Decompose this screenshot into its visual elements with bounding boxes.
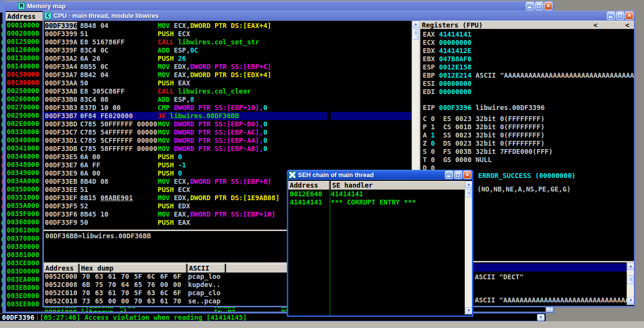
disasm-row[interactable]: 00DF33A26A 26PUSH 26 — [44, 55, 412, 63]
minimize-button[interactable] — [445, 171, 453, 179]
register-line[interactable]: S 0 FS 003B 32bit 7FFDE000(FFF) — [423, 148, 553, 156]
disasm-row[interactable]: 00DF33AA50PUSH EAX — [44, 79, 412, 87]
memmap-row[interactable]: 003EB000 — [6, 284, 44, 292]
memmap-row[interactable]: 00380000 — [6, 243, 44, 251]
collapse-left-icon[interactable]: < — [593, 21, 625, 29]
register-line[interactable]: ESI 00000000 — [423, 80, 471, 88]
hexdump-col-hex[interactable]: Hex dump — [80, 264, 187, 273]
disasm-row[interactable]: 00DF339951PUSH ECX — [44, 30, 412, 38]
memmap-row[interactable]: 00140000 — [6, 62, 44, 70]
memmap-row[interactable]: 002E0000 — [6, 120, 44, 128]
memmap-row[interactable]: 003D0000 — [6, 267, 44, 275]
register-line[interactable]: P 1 CS 001B 32bit 0(FFFFFFFF) — [423, 123, 545, 131]
memmap-row[interactable]: 00351000 — [6, 193, 44, 202]
disasm-row[interactable]: 00DF33A78B42 04MOV EAX,DWORD PTR DS:[EDX… — [44, 71, 412, 79]
scrollbar-thumb[interactable]: ≡ — [627, 275, 634, 284]
close-button[interactable]: × — [544, 2, 552, 10]
seh-titlebar[interactable]: SEH chain of main thread × — [287, 170, 473, 180]
scroll-up-icon[interactable]: ▲ — [627, 263, 634, 270]
memmap-row[interactable]: 00361000 — [6, 226, 44, 234]
memmap-row[interactable]: 00341000 — [6, 144, 44, 152]
hexdump-col-address[interactable]: Address — [44, 264, 79, 273]
memmap-row[interactable]: 00360000 — [6, 218, 44, 226]
register-line[interactable]: T 0 GS 0000 NULL — [423, 156, 492, 164]
maximize-button[interactable] — [616, 12, 624, 20]
seh-col-address[interactable]: Address — [288, 181, 330, 190]
stack-row-fragment[interactable]: ASCII "AAAAAAAAAAAAAAAAAAAAAAAAAAAAAAAAA… — [475, 296, 634, 304]
register-line[interactable]: A 1 SS 0023 32bit 0(FFFFFFFF) — [423, 131, 545, 139]
disasm-row[interactable]: 00DF33DBC785 58FFFFFF 00000000MOV DWORD … — [44, 145, 412, 153]
memmap-column-header[interactable]: Address — [6, 12, 43, 21]
restore-button[interactable] — [454, 171, 462, 179]
seh-col-handler[interactable]: SE handler — [331, 181, 465, 190]
disasm-row[interactable]: 00DF33968B48 04MOV ECX,DWORD PTR DS:[EAX… — [44, 22, 412, 30]
memmap-row[interactable]: 00340000 — [6, 136, 44, 144]
close-button[interactable]: × — [625, 12, 633, 20]
memmap-row[interactable]: 00130000 — [6, 54, 44, 62]
cpu-titlebar[interactable]: C CPU - main thread, module libwires × — [42, 11, 635, 21]
register-line[interactable]: EBX 047B8AF0 — [423, 55, 471, 63]
register-line[interactable]: EDX 4141412E — [423, 47, 471, 55]
memmap-row[interactable]: 00010000 — [6, 21, 44, 29]
memmap-row[interactable]: 00020000 — [6, 29, 44, 38]
register-line[interactable]: ESP 0012E158 — [423, 63, 471, 71]
disasm-row[interactable]: 00DF33B3837D 10 00CMP DWORD PTR SS:[EBP+… — [44, 104, 412, 112]
hexdump-col-ascii[interactable]: ASCII — [188, 264, 225, 273]
scroll-up-icon[interactable]: ▲ — [412, 21, 419, 28]
disasm-row[interactable]: 00DF33E76A FFPUSH -1 — [44, 161, 412, 169]
memmap-row[interactable]: 00381000 — [6, 251, 44, 259]
register-line[interactable]: ECX 00000000 — [423, 39, 471, 47]
memmap-titlebar[interactable]: M Memory map × — [4, 1, 554, 11]
memmap-row[interactable]: 003EA000 — [6, 275, 44, 284]
restore-button[interactable] — [535, 2, 543, 10]
memmap-row[interactable]: 00180000 — [6, 79, 44, 87]
scrollbar-thumb[interactable]: ≡ — [412, 29, 419, 40]
disasm-row[interactable]: 00DF33ABE8 305C86FFCALL libwires.col_cle… — [44, 87, 412, 96]
memmap-row[interactable]: 003ED000 — [6, 292, 44, 300]
memmap-row[interactable]: 00270000 — [6, 103, 44, 111]
register-line[interactable]: EAX 41414141 — [423, 30, 471, 39]
close-button[interactable]: × — [463, 171, 471, 179]
scroll-up-icon[interactable]: ▲ — [465, 181, 472, 188]
memmap-row[interactable]: 00125000 — [6, 38, 44, 46]
memmap-row[interactable]: 00346000 — [6, 152, 44, 161]
scroll-down-icon[interactable]: ▼ — [465, 307, 472, 314]
register-line[interactable]: EDI 00000000 — [423, 88, 471, 96]
memmap-row[interactable]: 00350000 — [6, 185, 44, 193]
disasm-row[interactable]: 00DF339F83C4 0CADD ESP,0C — [44, 46, 412, 55]
memmap-row[interactable]: 003CE000 — [6, 259, 44, 267]
disasm-row[interactable]: 00DF339AE8 516786FFCALL libwires.col_set… — [44, 38, 412, 46]
seh-row[interactable]: 41414141*** CORRUPT ENTRY *** — [288, 198, 465, 206]
register-line[interactable]: EBP 0012E214 ASCII "AAAAAAAAAAAAAAAAAAAA… — [423, 71, 634, 80]
seh-row[interactable]: 0012E64041414141 — [288, 190, 465, 198]
register-line[interactable]: Z 0 DS 0023 32bit 0(FFFFFFFF) — [423, 139, 545, 148]
scroll-down-icon[interactable]: ▼ — [627, 297, 634, 304]
memmap-row[interactable]: 00126000 — [6, 46, 44, 54]
disasm-row[interactable]: 00DF33B083C4 08ADD ESP,8 — [44, 96, 412, 104]
memmap-row[interactable]: 00349000 — [6, 169, 44, 177]
stack-scrollbar[interactable]: ▲ ≡ ▼ — [627, 262, 634, 305]
memmap-row[interactable]: 00150000 — [6, 70, 44, 79]
memmap-row[interactable]: 00290000 — [6, 111, 44, 120]
memmap-row[interactable]: 00330000 — [6, 128, 44, 136]
memmap-row[interactable]: 00370000 — [6, 234, 44, 243]
minimize-button[interactable] — [607, 12, 615, 20]
memmap-row[interactable]: 00260000 — [6, 95, 44, 103]
collapse-right-icon[interactable]: < — [625, 21, 634, 29]
seh-scrollbar[interactable]: ▲ ≡ ▼ — [465, 181, 472, 314]
memmap-row[interactable]: 0035A000 — [6, 202, 44, 210]
register-line[interactable]: EIP 00DF3396 libwires.00DF3396 — [423, 104, 545, 112]
memmap-row[interactable]: 0035F000 — [6, 210, 44, 218]
disasm-row[interactable]: 00DF33D1C785 5CFFFFFF 00000000MOV DWORD … — [44, 137, 412, 145]
scroll-down-icon[interactable]: ▼ — [537, 314, 545, 321]
disasm-row[interactable]: 00DF33BDC785 50FFFFFF 00000000MOV DWORD … — [44, 120, 412, 128]
memmap-row[interactable]: 00250000 — [6, 87, 44, 95]
disasm-row[interactable]: 00DF33B70F84 FE020000JE libwires.00DF36B… — [44, 112, 412, 120]
minimize-button[interactable] — [526, 2, 534, 10]
disasm-row[interactable]: 00DF33C7C785 54FFFFFF 00000000MOV DWORD … — [44, 128, 412, 137]
stack-row-fragment[interactable]: ASCII "DECT" — [475, 273, 523, 281]
memmap-row[interactable]: 00348000 — [6, 161, 44, 169]
disasm-row[interactable]: 00DF33A48B55 0CMOV EDX,DWORD PTR SS:[EBP… — [44, 63, 412, 71]
disasm-row[interactable]: 00DF33E56A 00PUSH 0 — [44, 153, 412, 161]
scrollbar-thumb[interactable]: ≡ — [465, 189, 472, 197]
